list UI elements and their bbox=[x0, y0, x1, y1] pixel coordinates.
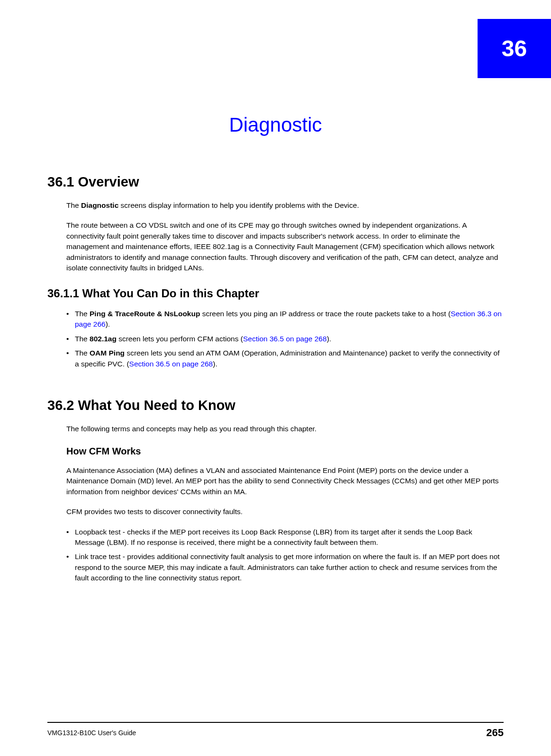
list-item: • The OAM Ping screen lets you send an A… bbox=[66, 348, 504, 369]
chapter-number: 36 bbox=[502, 36, 527, 62]
bullet-content: The Ping & TraceRoute & NsLookup screen … bbox=[75, 309, 504, 330]
link-section-36-5a[interactable]: Section 36.5 on page 268 bbox=[243, 335, 327, 343]
list-item: • The Ping & TraceRoute & NsLookup scree… bbox=[66, 309, 504, 330]
bullet-content: Loopback test - checks if the MEP port r… bbox=[75, 527, 504, 548]
bullet-content: The OAM Ping screen lets you send an ATM… bbox=[75, 348, 504, 369]
cfm-para1: A Maintenance Association (MA) defines a… bbox=[66, 465, 504, 497]
need-to-know-heading: 36.2 What You Need to Know bbox=[47, 398, 504, 413]
link-section-36-5b[interactable]: Section 36.5 on page 268 bbox=[129, 360, 213, 368]
footer-content: VMG1312-B10C User's Guide 265 bbox=[47, 727, 504, 739]
bullet-content: The 802.1ag screen lets you perform CFM … bbox=[75, 334, 504, 344]
overview-intro-bold: Diagnostic bbox=[81, 201, 118, 209]
bullet-marker: • bbox=[66, 527, 75, 548]
footer-divider bbox=[47, 722, 504, 723]
list-item: • Loopback test - checks if the MEP port… bbox=[66, 527, 504, 548]
cfm-para2: CFM provides two tests to discover conne… bbox=[66, 507, 504, 517]
page-footer: VMG1312-B10C User's Guide 265 bbox=[47, 722, 504, 739]
cfm-heading: How CFM Works bbox=[66, 446, 504, 457]
overview-intro-suffix: screens display information to help you … bbox=[118, 201, 359, 209]
bullet-marker: • bbox=[66, 334, 75, 344]
section-overview-heading: 36.1 Overview bbox=[47, 174, 504, 190]
overview-intro: The Diagnostic screens display informati… bbox=[66, 200, 504, 211]
chapter-tab: 36 bbox=[478, 19, 551, 78]
overview-intro-prefix: The bbox=[66, 201, 81, 209]
overview-para2: The route between a CO VDSL switch and o… bbox=[66, 220, 504, 273]
chapter-title: Diagnostic bbox=[47, 114, 504, 136]
list-item: • The 802.1ag screen lets you perform CF… bbox=[66, 334, 504, 344]
bullet-marker: • bbox=[66, 309, 75, 330]
what-you-can-do-list: • The Ping & TraceRoute & NsLookup scree… bbox=[66, 309, 504, 369]
bullet-marker: • bbox=[66, 348, 75, 369]
cfm-tests-list: • Loopback test - checks if the MEP port… bbox=[66, 527, 504, 584]
footer-guide-name: VMG1312-B10C User's Guide bbox=[47, 729, 136, 737]
bullet-content: Link trace test - provides additional co… bbox=[75, 551, 504, 583]
bullet-marker: • bbox=[66, 551, 75, 583]
page-container: 36 Diagnostic 36.1 Overview The Diagnost… bbox=[0, 0, 551, 756]
footer-page-number: 265 bbox=[486, 727, 504, 739]
what-you-can-do-heading: 36.1.1 What You Can Do in this Chapter bbox=[47, 287, 504, 300]
need-to-know-intro: The following terms and concepts may hel… bbox=[66, 424, 504, 434]
list-item: • Link trace test - provides additional … bbox=[66, 551, 504, 583]
